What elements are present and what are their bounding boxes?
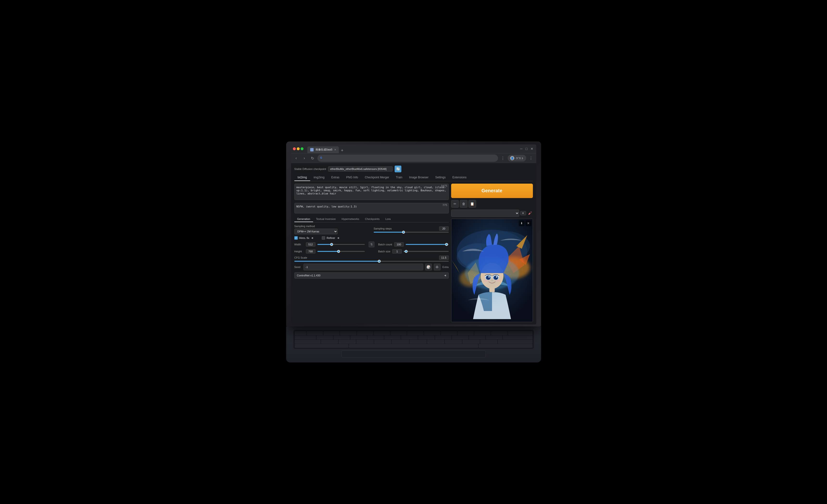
- refiner-label: Refiner: [327, 237, 335, 239]
- height-label: Height: [294, 250, 304, 253]
- trash-btn[interactable]: 🗑: [460, 200, 468, 208]
- tab-image-browser[interactable]: Image Browser: [406, 174, 432, 181]
- edit-btn[interactable]: ✏: [451, 200, 459, 208]
- width-value[interactable]: 512: [306, 242, 315, 247]
- gen-tabs: Generation Textual Inversion Hypernetwor…: [294, 216, 449, 222]
- tab-img2img[interactable]: img2img: [310, 174, 328, 181]
- tab-settings[interactable]: Settings: [432, 174, 449, 181]
- negative-token-count: 7/75: [442, 204, 447, 206]
- toolbar-icons: ✏ 🗑 📋: [451, 200, 533, 208]
- generate-btn[interactable]: Generate: [451, 184, 533, 198]
- batch-count-value[interactable]: 100: [394, 242, 404, 247]
- style-select[interactable]: [451, 210, 519, 217]
- positive-prompt[interactable]: [294, 184, 449, 200]
- hires-fix-label: Hires. fix: [299, 237, 309, 239]
- cfg-scale-slider[interactable]: [294, 261, 449, 262]
- image-output: ⬇ ✕: [451, 219, 533, 322]
- new-tab-btn[interactable]: +: [339, 148, 345, 153]
- refiner-check: [322, 236, 325, 240]
- batch-count-label: Batch count: [378, 243, 392, 246]
- batch-count-slider[interactable]: [406, 244, 449, 245]
- width-slider[interactable]: [318, 244, 365, 245]
- image-download-btn[interactable]: ⬇: [519, 220, 525, 226]
- maximize-btn[interactable]: □: [525, 146, 528, 152]
- refiner-checkbox[interactable]: Refiner: [322, 236, 335, 240]
- sampling-steps-label: Sampling steps: [374, 227, 395, 230]
- checkpoint-refresh-btn[interactable]: 🔄: [395, 166, 401, 172]
- width-label: Width: [294, 243, 304, 246]
- tab-train[interactable]: Train: [392, 174, 406, 181]
- positive-token-count: 54/75: [441, 185, 447, 187]
- seed-dice-btn[interactable]: 🎲: [425, 264, 432, 270]
- profile-avatar: 👤: [510, 156, 515, 160]
- style-dropdown-btn[interactable]: ▼: [520, 211, 526, 215]
- seed-recycle-btn[interactable]: ♻: [434, 264, 441, 270]
- sampling-steps-value[interactable]: 20: [439, 226, 449, 231]
- tab-favicon: [310, 148, 313, 151]
- seed-extra-btn[interactable]: Extra: [442, 265, 449, 268]
- controlnet-section[interactable]: ControlNet v1.1.430 ◀: [294, 272, 449, 279]
- hires-fix-check: ✓: [294, 236, 298, 240]
- tab-checkpoint-merger[interactable]: Checkpoint Merger: [361, 174, 392, 181]
- close-btn[interactable]: ✕: [530, 146, 534, 152]
- sampling-steps-slider[interactable]: [374, 232, 449, 233]
- refiner-collapse-btn[interactable]: ◀: [337, 237, 339, 239]
- back-btn[interactable]: ‹: [293, 155, 300, 161]
- tab-close-btn[interactable]: ×: [334, 148, 336, 151]
- checkpoint-label: Stable Diffusion checkpoint: [294, 167, 326, 170]
- height-slider[interactable]: [318, 251, 365, 252]
- tab-title: 画像生成SaaS: [315, 148, 333, 151]
- swap-dimensions-btn[interactable]: ⇅: [369, 242, 375, 247]
- cfg-scale-label: CFG Scale: [294, 256, 316, 259]
- browser-tab[interactable]: 画像生成SaaS ×: [307, 146, 339, 153]
- gen-tab-lora[interactable]: Lora: [382, 216, 393, 222]
- controlnet-collapse-btn[interactable]: ◀: [444, 274, 446, 276]
- controlnet-label: ControlNet v1.1.430: [297, 274, 321, 277]
- style-row: ▼ 🖌: [451, 210, 533, 217]
- profile-btn[interactable]: 👤 ゲスト: [508, 155, 526, 161]
- tab-extensions[interactable]: Extensions: [449, 174, 470, 181]
- seed-input[interactable]: [303, 264, 423, 270]
- gen-tab-hypernetworks[interactable]: Hypernetworks: [339, 216, 362, 222]
- hires-collapse-btn[interactable]: ◀: [311, 237, 313, 239]
- gen-tab-generation[interactable]: Generation: [294, 216, 313, 222]
- height-value[interactable]: 768: [306, 249, 315, 254]
- menu-btn[interactable]: ⋮: [528, 155, 534, 161]
- address-bar[interactable]: G: [318, 155, 498, 162]
- batch-size-label: Batch size: [378, 250, 391, 253]
- tab-png-info[interactable]: PNG Info: [343, 174, 361, 181]
- style-apply-btn[interactable]: 🖌: [527, 210, 533, 216]
- batch-size-value[interactable]: 1: [392, 249, 402, 254]
- sampling-method-label: Sampling method: [294, 225, 370, 228]
- image-controls: ⬇ ✕: [519, 220, 531, 226]
- keyboard: [293, 330, 534, 349]
- forward-btn[interactable]: ›: [301, 155, 308, 161]
- sampling-method-select[interactable]: DPM++ 2M Karras: [294, 229, 338, 234]
- checkpoint-select[interactable]: etherBluMix_etherBlueMix6.safetensors [8…: [328, 166, 393, 171]
- svg-point-21: [470, 254, 514, 308]
- google-icon: G: [320, 156, 324, 160]
- minimize-btn[interactable]: ─: [519, 146, 524, 152]
- image-close-btn[interactable]: ✕: [526, 220, 531, 226]
- gen-tab-checkpoints[interactable]: Checkpoints: [362, 216, 383, 222]
- profile-label: ゲスト: [516, 156, 524, 160]
- gen-tab-textual-inversion[interactable]: Textual Inversion: [313, 216, 339, 222]
- reload-btn[interactable]: ↻: [309, 155, 316, 161]
- copy-btn[interactable]: 📋: [469, 200, 476, 208]
- batch-size-slider[interactable]: [404, 251, 448, 252]
- hires-fix-checkbox[interactable]: ✓ Hires. fix: [294, 236, 309, 240]
- trackpad: [341, 350, 486, 358]
- main-tabs: txt2img img2img Extras PNG Info Checkpoi…: [294, 174, 533, 181]
- cfg-scale-value[interactable]: 11.5: [439, 255, 449, 260]
- negative-prompt[interactable]: [294, 203, 449, 213]
- tab-extras[interactable]: Extras: [328, 174, 343, 181]
- extensions-btn[interactable]: ⋮: [499, 155, 506, 161]
- generated-image: [451, 219, 533, 322]
- seed-label: Seed: [294, 265, 301, 268]
- tab-txt2img[interactable]: txt2img: [294, 174, 310, 181]
